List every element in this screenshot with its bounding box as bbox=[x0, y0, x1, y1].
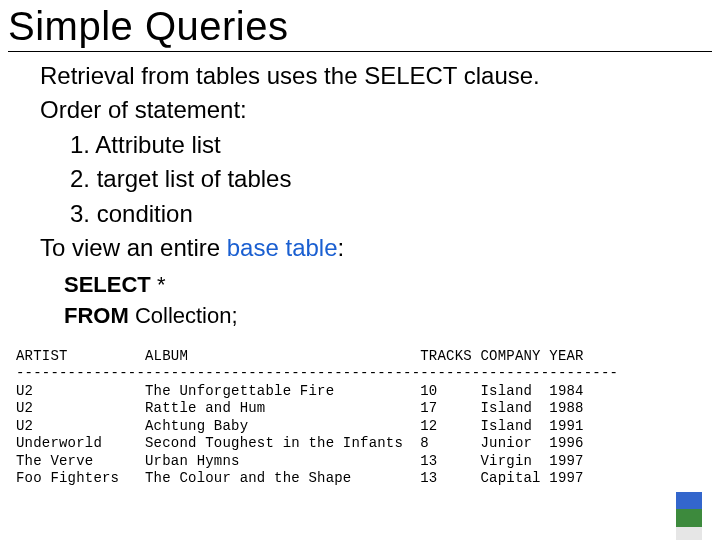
title-divider bbox=[8, 51, 712, 52]
code-line-select: SELECT * bbox=[64, 270, 690, 301]
select-rest: * bbox=[151, 272, 166, 297]
step-2: 2. target list of tables bbox=[70, 163, 690, 195]
from-rest: Collection; bbox=[129, 303, 238, 328]
slide-body: Retrieval from tables uses the SELECT cl… bbox=[40, 60, 690, 332]
step-1: 1. Attribute list bbox=[70, 129, 690, 161]
code-line-from: FROM Collection; bbox=[64, 301, 690, 332]
sql-code: SELECT * FROM Collection; bbox=[64, 270, 690, 332]
line3-suffix: : bbox=[338, 234, 345, 261]
select-keyword: SELECT bbox=[64, 272, 151, 297]
from-keyword: FROM bbox=[64, 303, 129, 328]
body-line-2: Order of statement: bbox=[40, 94, 690, 126]
step-3: 3. condition bbox=[70, 198, 690, 230]
base-table-link[interactable]: base table bbox=[227, 234, 338, 261]
slide-title: Simple Queries bbox=[8, 4, 720, 49]
line3-prefix: To view an entire bbox=[40, 234, 227, 261]
body-line-3: To view an entire base table: bbox=[40, 232, 690, 264]
body-line-1: Retrieval from tables uses the SELECT cl… bbox=[40, 60, 690, 92]
ordered-steps: 1. Attribute list 2. target list of tabl… bbox=[70, 129, 690, 230]
corner-stripe-icon bbox=[676, 492, 702, 540]
query-result-table: ARTIST ALBUM TRACKS COMPANY YEAR -------… bbox=[16, 348, 720, 488]
slide: Simple Queries Retrieval from tables use… bbox=[0, 4, 720, 540]
